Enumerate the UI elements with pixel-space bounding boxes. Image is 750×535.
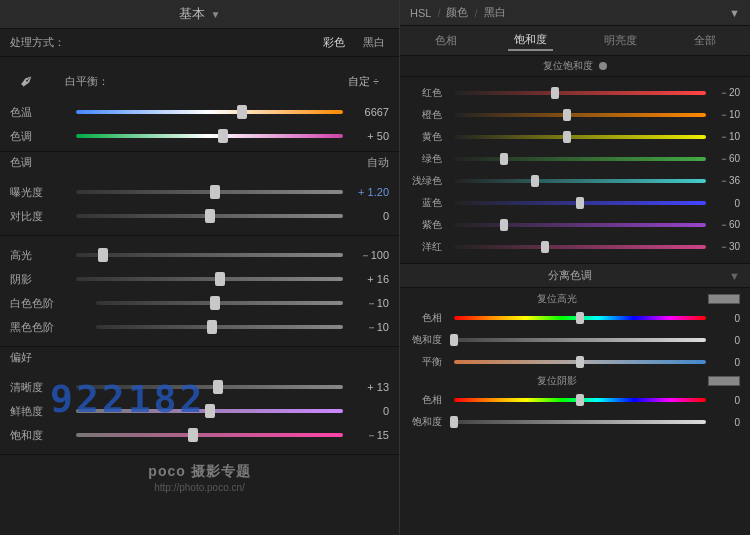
basic-section-header: 基本 ▼ xyxy=(0,0,399,29)
channel-orange-thumb[interactable] xyxy=(563,109,571,121)
processing-bw[interactable]: 黑白 xyxy=(359,34,389,51)
whites-row: 白色色阶 －10 xyxy=(10,292,389,314)
balance-thumb[interactable] xyxy=(576,356,584,368)
channel-purple-thumb[interactable] xyxy=(500,219,508,231)
pref-body: 清晰度 + 13 鲜艳度 0 饱和度 xyxy=(0,368,399,455)
split-toning-arrow[interactable]: ▼ xyxy=(729,270,740,282)
channel-yellow-thumb[interactable] xyxy=(563,131,571,143)
shadow-sat-slider[interactable] xyxy=(454,416,706,428)
clarity-thumb[interactable] xyxy=(213,380,223,394)
channel-green-value: －60 xyxy=(712,152,740,166)
hsl-section-header: HSL / 颜色 / 黑白 ▼ xyxy=(400,0,750,26)
blacks-thumb[interactable] xyxy=(207,320,217,334)
blacks-track xyxy=(96,325,343,329)
wb-value[interactable]: 自定 ÷ xyxy=(348,74,379,89)
channel-yellow: 黄色 －10 xyxy=(410,127,740,147)
saturation-label: 饱和度 xyxy=(10,428,70,443)
contrast-slider[interactable] xyxy=(76,209,343,223)
processing-color[interactable]: 彩色 xyxy=(319,34,349,51)
split-sat-slider[interactable] xyxy=(454,334,706,346)
shadow-hue-slider[interactable] xyxy=(454,394,706,406)
left-panel: 基本 ▼ 处理方式： 彩色 黑白 ✒ 白平衡： 自定 ÷ 色温 xyxy=(0,0,400,535)
tab-all[interactable]: 全部 xyxy=(688,31,722,50)
basic-arrow[interactable]: ▼ xyxy=(211,9,221,20)
shadow-sat-row: 饱和度 0 xyxy=(410,412,740,432)
tone-section: 色调 自动 曝光度 + 1.20 对比度 0 xyxy=(0,152,399,236)
channel-green-thumb[interactable] xyxy=(500,153,508,165)
channel-magenta-slider[interactable] xyxy=(454,241,706,253)
temp-thumb[interactable] xyxy=(237,105,247,119)
highlights-track xyxy=(76,253,343,257)
shadows-thumb[interactable] xyxy=(215,272,225,286)
channel-orange-slider[interactable] xyxy=(454,109,706,121)
hsl-arrow[interactable]: ▼ xyxy=(729,7,740,19)
clarity-track xyxy=(76,385,343,389)
split-sat-thumb[interactable] xyxy=(450,334,458,346)
channel-red-thumb[interactable] xyxy=(551,87,559,99)
blacks-slider[interactable] xyxy=(96,320,343,334)
tone-auto[interactable]: 自动 xyxy=(367,155,389,170)
split-hue-slider[interactable] xyxy=(454,312,706,324)
channel-magenta-thumb[interactable] xyxy=(541,241,549,253)
split-hue-thumb[interactable] xyxy=(576,312,584,324)
exposure-row: 曝光度 + 1.20 xyxy=(10,181,389,203)
highlights-slider[interactable] xyxy=(76,248,343,262)
exposure-slider[interactable] xyxy=(76,185,343,199)
contrast-thumb[interactable] xyxy=(205,209,215,223)
channel-purple-value: －60 xyxy=(712,218,740,232)
hsl-sep2: / xyxy=(474,7,477,19)
right-panel: HSL / 颜色 / 黑白 ▼ 色相 饱和度 明亮度 全部 复位饱和度 红色 －… xyxy=(400,0,750,535)
clarity-slider[interactable] xyxy=(76,380,343,394)
pref-header: 偏好 xyxy=(0,347,399,368)
wb-row: 白平衡： 自定 ÷ xyxy=(65,67,379,95)
channel-aqua-thumb[interactable] xyxy=(531,175,539,187)
highlights-thumb[interactable] xyxy=(98,248,108,262)
saturation-slider[interactable] xyxy=(76,428,343,442)
vibrance-label: 鲜艳度 xyxy=(10,404,70,419)
reset-shadow-label[interactable]: 复位阴影 xyxy=(410,374,704,388)
reset-dot xyxy=(599,62,607,70)
shadows-slider[interactable] xyxy=(76,272,343,286)
channel-green-slider[interactable] xyxy=(454,153,706,165)
tab-saturation[interactable]: 饱和度 xyxy=(508,30,553,51)
exposure-label: 曝光度 xyxy=(10,185,70,200)
hsl-sep1: / xyxy=(437,7,440,19)
exposure-thumb[interactable] xyxy=(210,185,220,199)
clarity-label: 清晰度 xyxy=(10,380,70,395)
shadow-hue-row: 色相 0 xyxy=(410,390,740,410)
shadow-color-box[interactable] xyxy=(708,376,740,386)
vibrance-slider[interactable] xyxy=(76,404,343,418)
channel-blue-slider[interactable] xyxy=(454,197,706,209)
channel-yellow-slider[interactable] xyxy=(454,131,706,143)
channel-sliders: 红色 －20 橙色 －10 黄色 －10 绿色 xyxy=(400,77,750,264)
basic-title: 基本 xyxy=(179,5,205,23)
channel-aqua-label: 浅绿色 xyxy=(410,174,448,188)
hsl-color: 颜色 xyxy=(446,5,468,20)
tint-thumb[interactable] xyxy=(218,129,228,143)
highlight-color-box[interactable] xyxy=(708,294,740,304)
blacks-row: 黑色色阶 －10 xyxy=(10,316,389,338)
channel-orange: 橙色 －10 xyxy=(410,105,740,125)
saturation-thumb[interactable] xyxy=(188,428,198,442)
whites-thumb[interactable] xyxy=(210,296,220,310)
shadow-sat-thumb[interactable] xyxy=(450,416,458,428)
channel-red-slider[interactable] xyxy=(454,87,706,99)
tint-slider[interactable] xyxy=(76,129,343,143)
tab-luminance[interactable]: 明亮度 xyxy=(598,31,643,50)
channel-aqua-slider[interactable] xyxy=(454,175,706,187)
balance-slider[interactable] xyxy=(454,356,706,368)
whites-slider[interactable] xyxy=(96,296,343,310)
shadow-hue-thumb[interactable] xyxy=(576,394,584,406)
vibrance-thumb[interactable] xyxy=(205,404,215,418)
channel-blue-thumb[interactable] xyxy=(576,197,584,209)
tint-track xyxy=(76,134,343,138)
temp-slider[interactable] xyxy=(76,105,343,119)
reset-label[interactable]: 复位饱和度 xyxy=(543,59,593,73)
channel-purple-slider[interactable] xyxy=(454,219,706,231)
channel-aqua: 浅绿色 －36 xyxy=(410,171,740,191)
tab-hue[interactable]: 色相 xyxy=(429,31,463,50)
shadow-hue-value: 0 xyxy=(712,395,740,406)
reset-highlight-label[interactable]: 复位高光 xyxy=(410,292,704,306)
channel-red-label: 红色 xyxy=(410,86,448,100)
eyedropper-icon[interactable]: ✒ xyxy=(14,68,40,94)
